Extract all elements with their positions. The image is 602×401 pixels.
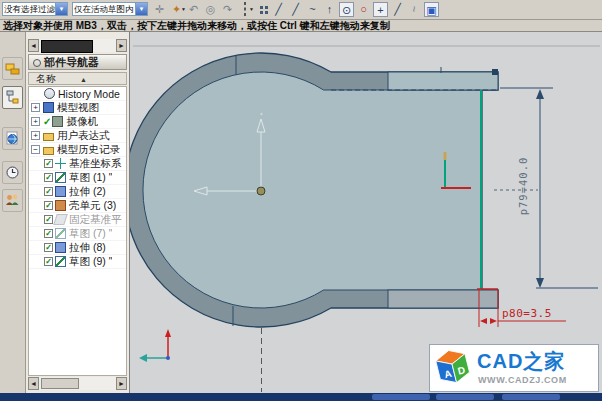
model-top-band[interactable] <box>388 72 498 90</box>
sketch-toolbar: 没有选择过滤器 ▼ 仅在活动草图内 ▼ ✛✦▼↶◎↷▼╱╱~↑⊙○+╱~▣ <box>0 0 602 20</box>
arc-icon[interactable]: ○ <box>356 2 371 17</box>
quick-trim-icon[interactable]: ~ <box>407 2 422 17</box>
dimension-p80-text[interactable]: p80=3.5 <box>502 307 552 320</box>
datum-menu-icon[interactable]: ✦▼ <box>169 2 184 17</box>
roles-button[interactable] <box>2 189 23 212</box>
tree-item-label[interactable]: 模型历史记录 <box>57 143 120 157</box>
dimension-p79-text[interactable]: p79=40.0 <box>517 157 529 216</box>
quick-extend-icon[interactable]: + <box>373 2 388 17</box>
circle-icon[interactable]: ⊙ <box>339 2 354 17</box>
scope-filter-combo[interactable]: 仅在活动草图内 ▼ <box>72 2 148 16</box>
extrude-icon <box>55 186 66 197</box>
expand-plus-icon[interactable]: + <box>31 131 40 140</box>
tree-item-label[interactable]: 草图 (7) " <box>69 227 112 241</box>
selection-filter-combo[interactable]: 没有选择过滤器 ▼ <box>2 2 68 16</box>
sketch-icon <box>55 172 66 183</box>
tree-row[interactable]: ✓草图 (7) " <box>29 227 126 241</box>
feature-checkbox[interactable]: ✓ <box>44 187 53 196</box>
tree-item-label[interactable]: 模型视图 <box>57 101 99 115</box>
line2-icon[interactable]: ╱ <box>390 2 405 17</box>
model-cavity-face[interactable] <box>143 72 481 308</box>
display-mode-icon[interactable]: ◎ <box>203 2 218 17</box>
icon-glyph: ◎ <box>206 3 216 15</box>
part-navigator-button[interactable] <box>2 86 23 109</box>
panel-top-scrollbar[interactable]: ◄ ► <box>28 39 127 52</box>
feature-checkbox[interactable]: ✓ <box>44 257 53 266</box>
scrollbar-thumb[interactable] <box>41 378 79 389</box>
profile-icon[interactable] <box>254 2 269 17</box>
tree-row[interactable]: +用户表达式 <box>29 129 126 143</box>
undo-icon[interactable]: ↶ <box>186 2 201 17</box>
sort-ascending-icon[interactable]: ▲ <box>80 76 87 83</box>
scroll-left-icon[interactable]: ◄ <box>28 39 39 52</box>
feature-checkbox[interactable]: ✓ <box>44 229 53 238</box>
tree-row[interactable]: ✓基准坐标系 <box>29 157 126 171</box>
tree-row[interactable]: ✓草图 (9) " <box>29 255 126 269</box>
profile-dots-glyph <box>260 6 263 9</box>
tree-item-label[interactable]: 固定基准平 <box>69 213 122 227</box>
tree-item-label[interactable]: 摄像机 <box>66 115 98 129</box>
internet-explorer-button[interactable] <box>2 127 23 150</box>
dropdown-arrow-icon[interactable]: ▼ <box>55 3 67 15</box>
tree-item-label[interactable]: 草图 (1) " <box>69 171 112 185</box>
icon-glyph: ~ <box>408 6 422 12</box>
line-point-icon[interactable]: ╱ <box>288 2 303 17</box>
sketch-origin-ball[interactable] <box>257 187 265 195</box>
scroll-right-icon[interactable]: ► <box>116 39 127 52</box>
tree-item-label[interactable]: 拉伸 (8) <box>69 241 106 255</box>
wcs-triad[interactable] <box>139 329 171 362</box>
tree-row[interactable]: +✓摄像机 <box>29 115 126 129</box>
marquee-select-icon[interactable]: ▼ <box>237 2 252 17</box>
graphics-canvas[interactable]: p79=40.0 p80=3.5 A D <box>130 32 602 393</box>
feature-checkbox[interactable]: ✓ <box>44 243 53 252</box>
feature-checkbox[interactable]: ✓ <box>44 215 53 224</box>
tree-item-label[interactable]: 拉伸 (2) <box>69 185 106 199</box>
icon-glyph: ╱ <box>275 3 282 15</box>
navigator-pin-icon <box>33 59 41 67</box>
tree-item-label[interactable]: 壳单元 (3) <box>69 199 116 213</box>
expand-plus-icon[interactable]: + <box>31 103 40 112</box>
feature-checkbox[interactable]: ✓ <box>44 173 53 182</box>
cadzj-watermark: A D CAD之家 WWW.CADZJ.COM <box>429 344 599 392</box>
icon-glyph: ↶ <box>189 3 198 15</box>
toolbar-icon-group: ✛✦▼↶◎↷▼╱╱~↑⊙○+╱~▣ <box>152 1 441 18</box>
tree-item-label[interactable]: 草图 (9) " <box>69 255 112 269</box>
assembly-navigator-button[interactable] <box>2 57 23 80</box>
icon-glyph: ⊙ <box>342 4 351 16</box>
scroll-right-icon[interactable]: ► <box>116 377 127 390</box>
tree-row[interactable]: ✓拉伸 (8) <box>29 241 126 255</box>
tree-item-label[interactable]: History Mode <box>58 88 120 100</box>
redo-icon[interactable]: ↷ <box>220 2 235 17</box>
tree-item-label[interactable]: 用户表达式 <box>57 129 110 143</box>
dropdown-arrow-icon[interactable]: ▼ <box>135 3 147 15</box>
icon-glyph: ↷ <box>223 3 232 15</box>
spline-icon[interactable]: ~ <box>305 2 320 17</box>
watermark-title: CAD之家 <box>477 348 565 375</box>
panel-bottom-scrollbar[interactable]: ◄ ► <box>28 377 127 390</box>
history-button[interactable] <box>2 161 23 184</box>
name-column-header[interactable]: 名称▲ <box>28 72 127 85</box>
tree-item-label[interactable]: 基准坐标系 <box>69 157 122 171</box>
expand-plus-icon[interactable]: + <box>31 117 40 126</box>
tree-row[interactable]: ✓壳单元 (3) <box>29 199 126 213</box>
tree-row[interactable]: +模型视图 <box>29 101 126 115</box>
feature-checkbox[interactable]: ✓ <box>44 201 53 210</box>
snap-point-icon[interactable]: ✛ <box>152 2 167 17</box>
tree-row[interactable]: −模型历史记录 <box>29 143 126 157</box>
cadzj-cube-icon: A D <box>433 347 477 391</box>
tree-row[interactable]: ✓草图 (1) " <box>29 171 126 185</box>
tree-row[interactable]: ✓固定基准平 <box>29 213 126 227</box>
scroll-left-icon[interactable]: ◄ <box>28 377 39 390</box>
line-icon[interactable]: ╱ <box>271 2 286 17</box>
icon-glyph: ✦ <box>172 3 181 15</box>
point-icon[interactable]: ↑ <box>322 2 337 17</box>
feature-checkbox[interactable]: ✓ <box>44 159 53 168</box>
tree-row[interactable]: ✓拉伸 (2) <box>29 185 126 199</box>
scrollbar-thumb[interactable] <box>41 40 93 53</box>
corner-vertex-handle[interactable] <box>492 69 498 75</box>
finish-sketch-cube-icon[interactable]: ▣ <box>424 2 439 17</box>
model-bottom-band[interactable] <box>388 290 498 308</box>
icon-glyph: ╱ <box>292 3 299 15</box>
collapse-minus-icon[interactable]: − <box>31 145 40 154</box>
tree-row[interactable]: History Mode <box>29 87 126 101</box>
